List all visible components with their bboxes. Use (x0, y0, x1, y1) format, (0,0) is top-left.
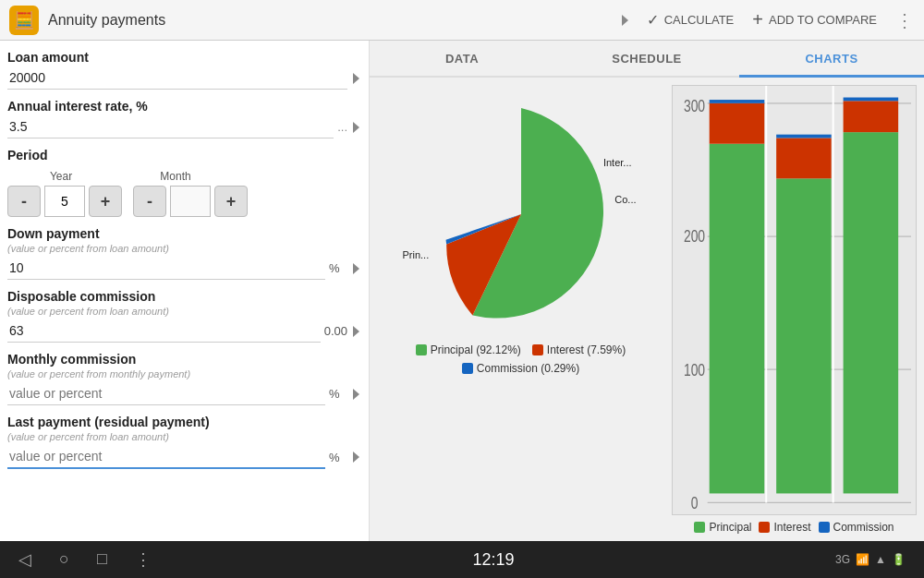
year-col-label: Year (41, 170, 81, 183)
legend-interest: Interest (7.59%) (532, 343, 626, 356)
svg-rect-19 (844, 132, 899, 493)
topbar-actions: ✓ CALCULATE + ADD TO COMPARE ⋮ (647, 9, 915, 31)
loan-amount-group: Loan amount (7, 50, 359, 90)
disposable-label: Disposable commission (7, 289, 359, 304)
monthly-input[interactable] (7, 382, 325, 405)
svg-rect-21 (844, 98, 899, 102)
month-minus-button[interactable]: - (133, 186, 166, 217)
last-payment-row: % (7, 445, 359, 469)
month-plus-button[interactable]: + (214, 186, 248, 217)
pie-legend: Principal (92.12%) Interest (7.59%) Comm… (377, 343, 664, 375)
app-icon: 🧮 (9, 6, 39, 35)
nav-buttons: ◁ ○ □ ⋮ (18, 549, 152, 570)
month-value (170, 186, 211, 217)
period-label: Period (7, 148, 359, 163)
period-controls: - 5 + - + (7, 186, 359, 217)
status-time: 12:19 (472, 550, 514, 570)
year-value: 5 (44, 186, 85, 217)
loan-amount-input[interactable] (7, 66, 347, 90)
add-compare-button[interactable]: + ADD TO COMPARE (752, 9, 877, 30)
down-payment-row: % (7, 257, 359, 280)
commission-color (462, 363, 473, 374)
interest-rate-group: Annual interest rate, % ... (7, 99, 359, 138)
svg-rect-18 (776, 135, 832, 138)
interest-color (532, 344, 543, 355)
last-payment-unit: % (329, 451, 347, 464)
last-payment-label: Last payment (residual payment) (7, 415, 359, 429)
bar-chart: 0 100 200 300 0 20 40 (672, 85, 917, 515)
recents-button[interactable]: □ (97, 549, 107, 570)
home-button[interactable]: ○ (59, 549, 69, 570)
interest-rate-label: Annual interest rate, % (7, 99, 359, 114)
charts-area: Inter... Co... Prin... Principal (370, 78, 924, 541)
disposable-row: 0.00 (7, 319, 359, 343)
signal-icon: 📶 (856, 553, 869, 566)
svg-rect-20 (844, 101, 899, 132)
check-icon: ✓ (647, 11, 659, 29)
tab-schedule[interactable]: SCHEDULE (554, 41, 739, 76)
interest-arrow (353, 122, 359, 133)
charts-content: Inter... Co... Prin... Principal (377, 85, 917, 534)
more-options-button[interactable]: ⋮ (895, 9, 915, 31)
year-minus-button[interactable]: - (7, 186, 41, 217)
title-arrow (622, 15, 628, 26)
last-payment-input[interactable] (7, 445, 325, 469)
disposable-unit: 0.00 (324, 324, 347, 338)
bar-section: 0 100 200 300 0 20 40 (672, 85, 917, 534)
pie-chart: Inter... Co... Prin... (401, 94, 641, 334)
tab-charts[interactable]: CHARTS (739, 41, 924, 78)
last-payment-group: Last payment (residual payment) (value o… (7, 415, 359, 469)
down-payment-arrow (353, 263, 359, 274)
interest-rate-input[interactable] (7, 115, 334, 138)
status-indicators: 3G 📶 ▲ 🔋 (835, 553, 906, 566)
main-layout: Loan amount Annual interest rate, % ... … (0, 41, 924, 541)
monthly-label: Monthly commission (7, 352, 359, 367)
svg-rect-15 (710, 100, 765, 103)
bar-legend-principal: Principal (694, 521, 751, 534)
down-payment-label: Down payment (7, 226, 359, 241)
svg-rect-17 (776, 138, 832, 178)
bar-interest-color (759, 522, 770, 533)
loan-amount-row (7, 66, 359, 90)
disposable-input[interactable] (7, 319, 321, 343)
interest-rate-row: ... (7, 115, 359, 138)
bar-commission-color (819, 522, 830, 533)
legend-principal: Principal (92.12%) (416, 343, 521, 356)
last-payment-arrow (353, 452, 359, 463)
pie-principal (472, 108, 603, 319)
left-panel: Loan amount Annual interest rate, % ... … (0, 41, 370, 541)
bar-legend-interest: Interest (759, 521, 810, 534)
network-indicator: 3G (835, 553, 850, 566)
back-button[interactable]: ◁ (18, 549, 31, 570)
svg-text:100: 100 (684, 361, 705, 379)
menu-button[interactable]: ⋮ (135, 549, 152, 570)
wifi-icon: ▲ (875, 553, 886, 566)
pie-section: Inter... Co... Prin... Principal (377, 85, 664, 534)
disposable-commission-group: Disposable commission (value or percent … (7, 289, 359, 343)
svg-text:60: 60 (897, 512, 910, 514)
calculate-button[interactable]: ✓ CALCULATE (647, 11, 735, 29)
svg-text:40: 40 (841, 512, 854, 514)
interest-dots-button[interactable]: ... (337, 120, 347, 134)
pie-interest-label: Inter... (603, 157, 632, 168)
right-panel: DATA SCHEDULE CHARTS (370, 41, 924, 541)
bar-principal-color (694, 522, 705, 533)
pie-svg (401, 94, 641, 334)
down-payment-unit: % (329, 261, 347, 275)
svg-text:20: 20 (773, 512, 786, 514)
last-payment-sub: (value or percent from loan amount) (7, 431, 359, 442)
svg-text:0: 0 (708, 512, 714, 514)
disposable-sub: (value or percent from loan amount) (7, 306, 359, 317)
down-payment-sub: (value or percent from loan amount) (7, 243, 359, 254)
year-plus-button[interactable]: + (89, 186, 122, 217)
monthly-arrow (353, 389, 359, 400)
topbar: 🧮 Annuity payments ✓ CALCULATE + ADD TO … (0, 0, 924, 41)
statusbar: ◁ ○ □ ⋮ 12:19 3G 📶 ▲ 🔋 (0, 541, 924, 578)
svg-rect-13 (710, 144, 765, 494)
tab-data[interactable]: DATA (370, 41, 554, 76)
legend-commission: Commission (0.29%) (462, 362, 579, 375)
bar-svg: 0 100 200 300 0 20 40 (673, 86, 916, 514)
principal-color (416, 344, 427, 355)
battery-icon: 🔋 (892, 553, 906, 566)
down-payment-input[interactable] (7, 257, 325, 280)
